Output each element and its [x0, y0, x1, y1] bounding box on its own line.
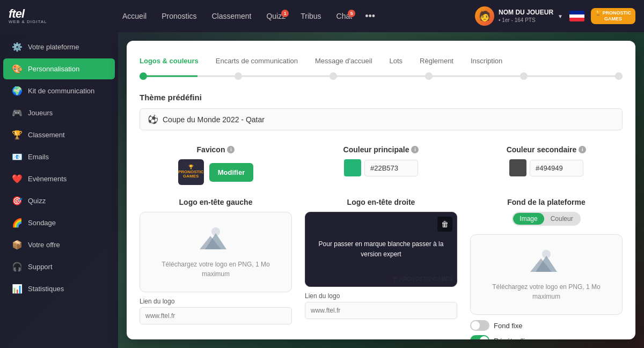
fond-fixe-label: Fond fixe [494, 322, 522, 330]
nav-accueil[interactable]: Accueil [116, 8, 153, 25]
sidebar-item-support[interactable]: 🎧 Support [3, 256, 115, 277]
couleur-principale-input[interactable] [364, 160, 418, 176]
favicon-info-icon[interactable]: i [227, 146, 235, 153]
logo-gauche-upload[interactable]: Téléchargez votre logo en PNG, 1 Mo maxi… [140, 212, 292, 292]
sidebar-item-emails[interactable]: 📧 Emails [3, 146, 115, 167]
trash-icon[interactable]: 🗑 [437, 217, 452, 232]
fond-upload[interactable]: Téléchargez votre logo en PNG, 1 Mo maxi… [470, 234, 623, 315]
sidebar-item-statistiques[interactable]: 📊 Statistiques [3, 278, 115, 299]
couleur-principale-label: Couleur principale i [343, 145, 419, 154]
tab-reglement[interactable]: Règlement [411, 54, 462, 68]
fond-fixe-row: Fond fixe [470, 320, 623, 331]
sidebar-item-personnalisation[interactable]: 🎨 Personnalisation [3, 58, 115, 79]
nav-tribus[interactable]: Tribus [294, 8, 327, 25]
logo-droite-title: Logo en-tête droite [305, 198, 457, 206]
favicon-row: 🏆PRONOSTICGAMES Modifier [178, 159, 254, 185]
tab-logos-couleurs[interactable]: Logos & couleurs [140, 54, 207, 68]
toggle-couleur[interactable]: Couleur [544, 213, 580, 225]
image-couleur-toggle: Image Couleur [512, 212, 580, 226]
chat-badge: 5 [348, 10, 355, 17]
logo-droite-lien-input[interactable] [305, 302, 457, 319]
couleur-secondaire-info-icon[interactable]: i [579, 146, 586, 153]
couleur-secondaire-input[interactable] [530, 160, 583, 176]
trophy-icon: 🏆 [12, 130, 23, 140]
tab-encarts[interactable]: Encarts de communication [207, 54, 306, 68]
progress-dots [140, 72, 623, 80]
logo-gauche-lien-input[interactable] [140, 307, 292, 324]
sidebar-item-classement[interactable]: 🏆 Classement [3, 124, 115, 145]
main-content: Logos & couleurs Encarts de communicatio… [118, 32, 644, 348]
settings-panel: Logos & couleurs Encarts de communicatio… [127, 41, 635, 339]
couleur-secondaire-section: Couleur secondaire i [470, 145, 623, 185]
heart-icon: ❤️ [12, 174, 23, 184]
couleur-principale-info-icon[interactable]: i [411, 146, 419, 153]
quizz-badge: 1 [281, 10, 289, 17]
nav-classement[interactable]: Classement [206, 8, 258, 25]
sidebar-item-joueurs[interactable]: 🎮 Joueurs [3, 102, 115, 123]
gamepad-icon: 🎮 [12, 108, 23, 118]
nav-more-dots[interactable]: ••• [361, 6, 379, 26]
toggle-image[interactable]: Image [513, 213, 544, 225]
nav-chat[interactable]: Chat 5 [330, 8, 359, 25]
logo-gauche-lien-label: Lien du logo [140, 298, 292, 305]
sidebar-item-quizz[interactable]: 🎯 Quizz [3, 190, 115, 211]
chart-icon: 📊 [12, 284, 23, 294]
sidebar-item-votre-plateforme[interactable]: ⚙️ Votre plateforme [3, 36, 115, 57]
user-name: NOM DU JOUEUR [499, 8, 553, 17]
progress-dot-6 [615, 72, 623, 80]
gear-icon: ⚙️ [12, 42, 23, 52]
tab-message-accueil[interactable]: Message d'accueil [306, 54, 381, 68]
tabs-row: Logos & couleurs Encarts de communicatio… [140, 54, 623, 68]
logo-area: ftelWEB & DIGITAL [9, 8, 116, 24]
logo-grid: Logo en-tête gauche Téléchargez votre lo… [140, 198, 623, 339]
sidebar-item-sondage[interactable]: 🌈 Sondage [3, 212, 115, 233]
sidebar-item-votre-offre[interactable]: 📦 Votre offre [3, 234, 115, 255]
couleur-secondaire-input-row [509, 159, 583, 176]
couleur-secondaire-swatch[interactable] [509, 159, 526, 176]
sidebar-item-kit-communication[interactable]: 🌍 Kit de communication [3, 80, 115, 101]
theme-dropdown[interactable]: ⚽ Coupe du Monde 2022 - Qatar [140, 108, 623, 130]
favicon-modifier-button[interactable]: Modifier [209, 163, 254, 182]
pronostic-games-logo: 🏆 PRONOSTICGAMES [591, 8, 635, 24]
repeter-image-toggle[interactable] [470, 335, 489, 339]
box-icon: 📦 [12, 240, 23, 250]
language-flag[interactable] [569, 11, 584, 21]
fond-plateforme-section: Fond de la plateforme Image Couleur [470, 198, 623, 339]
toggle-knob [471, 321, 480, 330]
progress-dot-3 [330, 72, 337, 80]
header-right: 🧑 NOM DU JOUEUR • 1er - 164 PTS ▼ 🏆 PRON… [475, 6, 635, 26]
progress-dot-1 [140, 72, 147, 80]
logo-gauche-lien-section: Lien du logo [140, 298, 292, 324]
repeter-image-row: Répéter l'image [470, 335, 623, 339]
nav-pronostics[interactable]: Pronostics [155, 8, 203, 25]
tab-inscription[interactable]: Inscription [462, 54, 511, 68]
sidebar-item-evenements[interactable]: ❤️ Evènements [3, 168, 115, 189]
layout: ⚙️ Votre plateforme 🎨 Personnalisation 🌍… [0, 32, 644, 348]
user-details: NOM DU JOUEUR • 1er - 164 PTS [499, 8, 553, 25]
world-cup-icon: ⚽ [148, 114, 158, 124]
favicon-section: Favicon i 🏆PRONOSTICGAMES Modifier [140, 145, 292, 185]
progress-dot-2 [235, 72, 242, 80]
fond-mountain-icon [530, 248, 562, 277]
logo-gauche-title: Logo en-tête gauche [140, 198, 292, 206]
chevron-down-icon: ▼ [558, 13, 563, 19]
fond-fixe-toggle[interactable] [470, 320, 489, 331]
logo-gauche-section: Logo en-tête gauche Téléchargez votre lo… [140, 198, 292, 339]
fond-plateforme-title: Fond de la plateforme [470, 198, 623, 206]
theme-section-title: Thème prédéfini [140, 93, 623, 102]
logo-droite-lien-section: Lien du logo [305, 292, 457, 319]
logo-droite-section: Logo en-tête droite 🗑 Pour passer en mar… [305, 198, 457, 339]
tab-lots[interactable]: Lots [381, 54, 412, 68]
couleur-principale-swatch[interactable] [344, 159, 361, 176]
avatar: 🧑 [475, 6, 494, 26]
palette-icon: 🎨 [12, 64, 23, 74]
nav-quizz[interactable]: Quizz 1 [260, 8, 292, 25]
main-nav: Accueil Pronostics Classement Quizz 1 Tr… [116, 6, 475, 26]
fond-options: Fond fixe Répéter l'image [470, 320, 623, 339]
logo-droite-upload[interactable]: 🗑 Pour passer en marque blanche passer à… [305, 212, 457, 287]
email-icon: 📧 [12, 152, 23, 162]
user-info[interactable]: 🧑 NOM DU JOUEUR • 1er - 164 PTS ▼ [475, 6, 563, 26]
logo-droite-overlay-text: Pour passer en marque blanche passer à l… [305, 212, 457, 286]
logo-ftel: ftelWEB & DIGITAL [9, 8, 47, 24]
repeter-image-label: Répéter l'image [494, 337, 543, 340]
